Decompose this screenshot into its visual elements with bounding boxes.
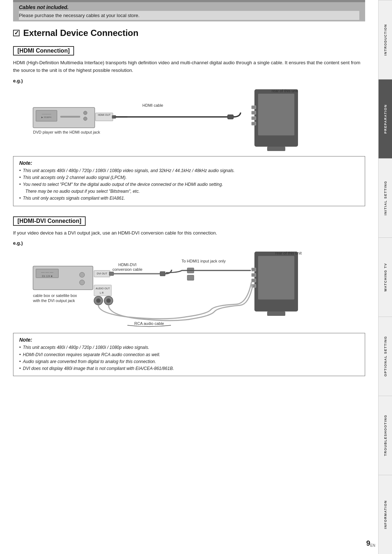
- hdmi-note-3: You need to select "PCM" for the digital…: [19, 181, 359, 195]
- hdmi-dvi-note-box: Note: This unit accepts 480i / 480p / 72…: [13, 333, 365, 376]
- hdmi-diagram: ────── ▶ 5530P4 HDMI OUT HDMI cable: [13, 86, 365, 151]
- svg-text:RCA audio cable: RCA audio cable: [134, 321, 164, 326]
- svg-text:HDMI cable: HDMI cable: [142, 103, 163, 107]
- hdmi-dvi-note-3: Audio signals are converted from digital…: [19, 358, 359, 365]
- hdmi-dvi-diagram-svg: ── ── ── Eb 124 ■ DVI OUT AUDIO OUT L R: [22, 248, 356, 328]
- svg-rect-46: [187, 275, 194, 280]
- hdmi-dvi-connection-title: [HDMI-DVI Connection]: [13, 216, 86, 226]
- svg-rect-49: [252, 268, 256, 271]
- svg-rect-4: [60, 116, 80, 118]
- svg-text:L      R: L R: [100, 292, 104, 294]
- svg-text:AUDIO OUT: AUDIO OUT: [96, 287, 110, 290]
- sidebar-tab-troubleshooting[interactable]: TROUBLESHOOTING: [379, 396, 392, 475]
- cables-banner: Cables not included. Please purchase the…: [13, 2, 365, 21]
- hdmi-dvi-note-title: Note:: [19, 337, 359, 343]
- svg-rect-53: [267, 311, 285, 316]
- svg-rect-19: [252, 117, 256, 120]
- hdmi-note-box: Note: This unit accepts 480i / 480p / 72…: [13, 156, 365, 206]
- svg-point-29: [79, 280, 85, 285]
- svg-rect-18: [252, 111, 256, 114]
- section-checkbox-icon: [13, 30, 20, 36]
- hdmi-dvi-diagram: ── ── ── Eb 124 ■ DVI OUT AUDIO OUT L R: [13, 248, 365, 328]
- svg-rect-51: [252, 279, 256, 282]
- svg-rect-21: [267, 147, 285, 151]
- svg-point-39: [106, 298, 111, 303]
- svg-text:rear of this unit: rear of this unit: [275, 251, 302, 255]
- hdmi-dvi-eg-label: e.g.): [13, 240, 365, 246]
- sidebar-tab-information[interactable]: INFORMATION: [379, 475, 392, 554]
- sidebar-tab-introduction[interactable]: INTRODUCTION: [379, 0, 392, 79]
- hdmi-connection-title: [HDMI Connection]: [13, 46, 74, 56]
- section-title-text: External Device Connection: [23, 28, 138, 38]
- cables-title: Cables not included.: [19, 4, 359, 10]
- section-title: External Device Connection: [13, 28, 365, 38]
- svg-rect-32: [109, 272, 114, 276]
- hdmi-diagram-svg: ────── ▶ 5530P4 HDMI OUT HDMI cable: [22, 86, 356, 151]
- sidebar: INTRODUCTION PREPARATION INITIAL SETTING…: [378, 0, 392, 554]
- svg-text:To HDMI1 input jack only: To HDMI1 input jack only: [181, 259, 226, 263]
- svg-text:DVD player with the HDMI outpu: DVD player with the HDMI output jack: [33, 130, 100, 134]
- cables-subtitle: Please purchase the necessary cables at …: [19, 11, 359, 20]
- svg-point-6: [83, 117, 87, 121]
- hdmi-eg-label: e.g.): [13, 78, 365, 83]
- svg-rect-14: [228, 115, 233, 119]
- svg-text:── ── ──: ── ── ──: [41, 271, 53, 274]
- svg-point-28: [79, 272, 85, 277]
- hdmi-dvi-connection-body: If your video device has a DVI output ja…: [13, 229, 365, 237]
- hdmi-dvi-note-1: This unit accepts 480i / 480p / 720p / 1…: [19, 344, 359, 351]
- hdmi-dvi-note-2: HDMI-DVI connection requires separate RC…: [19, 351, 359, 358]
- hdmi-dvi-note-4: DVI does not display 480i image that is …: [19, 365, 359, 372]
- svg-text:▶ 5530P4: ▶ 5530P4: [41, 116, 52, 118]
- svg-text:rear of this unit: rear of this unit: [271, 89, 298, 93]
- hdmi-note-2: This unit accepts only 2 channel audio s…: [19, 174, 359, 181]
- svg-rect-41: [160, 272, 165, 276]
- hdmi-connection-body: HDMI (High-Definition Multimedia Interfa…: [13, 59, 365, 74]
- svg-text:Eb 124 ■: Eb 124 ■: [42, 275, 52, 277]
- svg-text:DVI OUT: DVI OUT: [97, 272, 107, 275]
- svg-rect-20: [252, 122, 256, 125]
- hdmi-note-title: Note:: [19, 160, 359, 166]
- page-number: 9: [366, 539, 370, 547]
- sidebar-tab-watching-tv[interactable]: WATCHING TV: [379, 237, 392, 317]
- svg-text:HDMI-DVI: HDMI-DVI: [118, 262, 136, 267]
- sidebar-tab-optional-setting[interactable]: OPTIONAL SETTING: [379, 317, 392, 396]
- sidebar-tab-initial-setting[interactable]: INITIAL SETTING: [379, 158, 392, 237]
- svg-rect-1: [36, 110, 57, 121]
- sidebar-tab-preparation[interactable]: PREPARATION: [379, 79, 392, 158]
- main-content: Cables not included. Please purchase the…: [0, 0, 378, 403]
- svg-rect-33: [94, 285, 111, 296]
- svg-rect-16: [258, 94, 294, 135]
- hdmi-note-4: This unit only accepts signals compliant…: [19, 195, 359, 202]
- svg-text:──────: ──────: [41, 113, 51, 115]
- svg-rect-48: [258, 256, 294, 300]
- svg-text:conversion cable: conversion cable: [113, 267, 143, 272]
- svg-rect-17: [252, 106, 256, 109]
- svg-text:with the DVI output jack: with the DVI output jack: [33, 298, 75, 303]
- svg-text:cable box or satellite box: cable box or satellite box: [33, 293, 77, 298]
- page-en: EN: [370, 543, 375, 547]
- svg-point-37: [96, 298, 101, 303]
- svg-point-5: [83, 111, 87, 115]
- svg-text:HDMI OUT: HDMI OUT: [98, 114, 111, 116]
- svg-rect-50: [252, 273, 256, 277]
- hdmi-note-1: This unit accepts 480i / 480p / 720p / 1…: [19, 167, 359, 174]
